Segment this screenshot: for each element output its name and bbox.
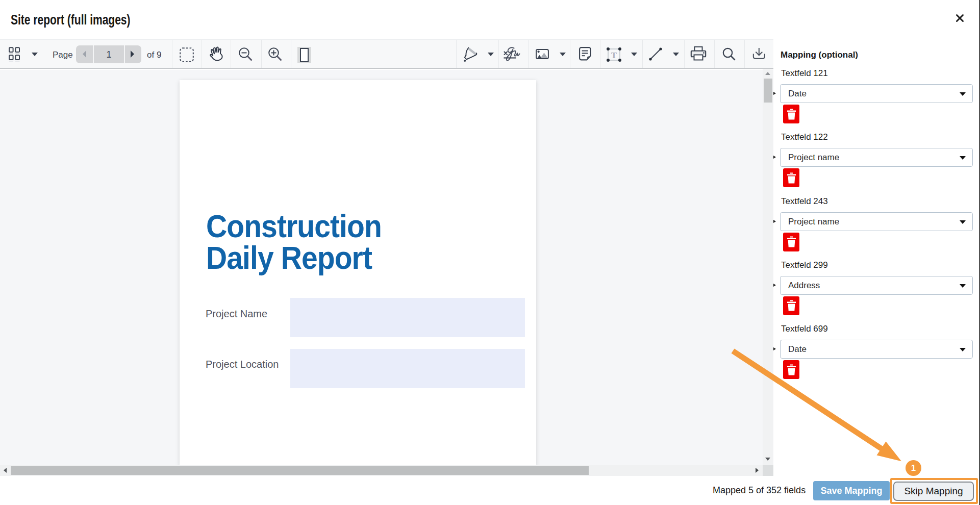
svg-text:T: T	[611, 50, 617, 60]
